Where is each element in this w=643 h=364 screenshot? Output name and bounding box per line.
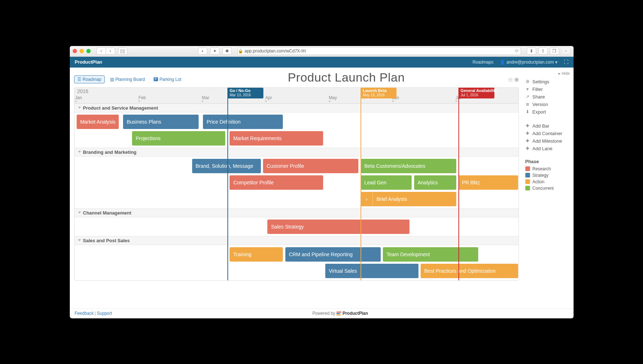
sidebar-button[interactable]: ▯▯: [118, 47, 127, 55]
bar[interactable]: Market Analysis: [77, 115, 119, 129]
bar[interactable]: Best Practices and Optimization: [421, 264, 518, 278]
sidebar-item-version[interactable]: ≣Version: [525, 101, 574, 108]
forward-button[interactable]: ›: [106, 47, 115, 55]
sidebar: ▸ Hide ⚙Settings▾Filter↗Share≣Version⬇Ex…: [523, 68, 574, 308]
sidebar-tools: ⚙Settings▾Filter↗Share≣Version⬇Export: [525, 78, 574, 116]
bar[interactable]: Business Plans: [123, 115, 199, 129]
ext-3-icon[interactable]: ✱: [222, 47, 232, 55]
feedback-link[interactable]: Feedback: [75, 311, 94, 316]
lane-body: Brand, Solution, MessageCustomer Profile…: [74, 157, 519, 208]
footer: Feedback | Support Powered by ProductPla…: [70, 308, 574, 318]
bar[interactable]: Market Requirements: [230, 131, 323, 146]
legend-item[interactable]: Concurrent: [525, 185, 574, 192]
browser-chrome: ‹ › ▯▯ ▪ ✦ ✱ 🔒 app.productplan.com/wCd7X…: [70, 46, 574, 57]
month-label: Jan: [74, 95, 138, 103]
bar[interactable]: Virtual Sales: [325, 264, 418, 278]
bar[interactable]: Customer Profile: [263, 159, 358, 173]
bar[interactable]: CRM and Pipeline Reporting: [285, 247, 381, 262]
plus-icon: ✚: [525, 138, 530, 143]
milestone-flag[interactable]: Go / No-GoMar 13, 2016: [227, 88, 263, 98]
bar[interactable]: Price Definition: [203, 115, 283, 129]
bar[interactable]: ›Brief Analysts: [361, 192, 456, 206]
zoom-in-icon[interactable]: ⊕: [514, 76, 519, 83]
bar[interactable]: Brand, Solution, Message: [192, 159, 261, 173]
legend-swatch: [525, 186, 530, 190]
support-link[interactable]: Support: [97, 311, 112, 316]
bar[interactable]: Sales Strategy: [267, 220, 409, 234]
legend: Phase ResearchStrategyActionConcurrent: [525, 159, 574, 192]
bar[interactable]: Analytics: [414, 175, 456, 190]
bar-row: Sales Strategy: [74, 220, 519, 234]
roadmap-icon: ☰: [77, 77, 81, 82]
zoom-out-icon[interactable]: ⊖: [508, 76, 513, 83]
roadmaps-link[interactable]: Roadmaps: [472, 60, 493, 65]
milestone-flag[interactable]: Launch BetaMay 15, 2016: [361, 88, 397, 98]
content: ☰Roadmap ▤Planning Board PParking Lot Pr…: [70, 68, 574, 308]
traffic-lights: [73, 49, 91, 53]
sidebar-item-settings[interactable]: ⚙Settings: [525, 78, 574, 86]
bar-row: ProjectionsMarket Requirements: [74, 131, 519, 146]
lane-body: Market AnalysisBusiness PlansPrice Defin…: [74, 112, 519, 148]
milestone-flag[interactable]: General AvailabilityJul 1, 2016: [458, 88, 494, 98]
legend-item[interactable]: Strategy: [525, 172, 574, 179]
lane-header[interactable]: Branding and Marketing: [74, 148, 519, 157]
sidebar-item-add-lane[interactable]: ✚Add Lane: [525, 145, 574, 152]
sidebar-item-add-bar[interactable]: ✚Add Bar: [525, 122, 574, 130]
fullscreen-icon[interactable]: ⛶: [564, 59, 569, 65]
ext-1-icon[interactable]: ▪: [198, 47, 207, 55]
hide-sidebar[interactable]: ▸ Hide: [525, 71, 574, 76]
user-icon: 👤: [500, 60, 505, 65]
back-button[interactable]: ‹: [96, 47, 106, 55]
bar[interactable]: Competitor Profile: [230, 175, 323, 190]
bar[interactable]: Team Development: [383, 247, 478, 262]
tab-parking-lot[interactable]: PParking Lot: [150, 75, 185, 83]
year-label: 2016: [77, 88, 89, 94]
close-icon[interactable]: [73, 49, 77, 53]
sidebar-item-add-container[interactable]: ✚Add Container: [525, 130, 574, 137]
bar[interactable]: Training: [230, 247, 283, 262]
bar[interactable]: PR Blitz: [458, 175, 519, 190]
lane-header[interactable]: Sales and Post Sales: [74, 236, 519, 245]
bar[interactable]: Beta Customers/Advocates: [361, 159, 456, 173]
reload-icon[interactable]: ⟳: [515, 49, 519, 54]
plus-icon: ✚: [525, 131, 530, 136]
brand[interactable]: ProductPlan: [75, 59, 103, 65]
user-menu[interactable]: 👤 andre@productplan.com ▾: [500, 60, 557, 65]
bar-row: Market AnalysisBusiness PlansPrice Defin…: [74, 115, 519, 129]
app-header: ProductPlan Roadmaps 👤 andre@productplan…: [70, 57, 574, 68]
sidebar-item-export[interactable]: ⬇Export: [525, 108, 574, 116]
sidebar-item-add-milestone[interactable]: ✚Add Milestone: [525, 137, 574, 145]
minimize-icon[interactable]: [80, 49, 84, 53]
lane-header[interactable]: Product and Service Management: [74, 104, 519, 112]
legend-item[interactable]: Research: [525, 166, 574, 172]
sidebar-item-filter[interactable]: ▾Filter: [525, 86, 574, 93]
url-text: app.productplan.com/wCd7X-IH: [245, 49, 306, 54]
maximize-icon[interactable]: [86, 49, 91, 53]
browser-window: ‹ › ▯▯ ▪ ✦ ✱ 🔒 app.productplan.com/wCd7X…: [70, 46, 574, 318]
legend-swatch: [525, 166, 530, 171]
productplan-logo[interactable]: ProductPlan: [336, 311, 368, 316]
bar[interactable]: Projections: [132, 131, 225, 146]
ext-2-icon[interactable]: ✦: [210, 47, 219, 55]
url-bar[interactable]: 🔒 app.productplan.com/wCd7X-IH ⟳: [237, 47, 521, 55]
view-tabs: ☰Roadmap ▤Planning Board PParking Lot: [74, 75, 185, 83]
parking-icon: P: [154, 77, 158, 81]
lane-header[interactable]: Channel Management: [74, 209, 519, 217]
legend-item[interactable]: Action: [525, 179, 574, 185]
month-label: Jun: [391, 95, 455, 103]
main: ☰Roadmap ▤Planning Board PParking Lot Pr…: [70, 68, 523, 308]
expand-icon[interactable]: ›: [361, 192, 373, 206]
month-label: Apr: [264, 95, 328, 103]
bar[interactable]: Lead Gen: [361, 175, 412, 190]
version-icon: ≣: [525, 102, 530, 107]
sidebar-item-share[interactable]: ↗Share: [525, 93, 574, 101]
lock-icon: 🔒: [238, 49, 243, 54]
newtab-icon[interactable]: +: [561, 47, 571, 55]
tab-roadmap[interactable]: ☰Roadmap: [74, 75, 105, 83]
tab-planning-board[interactable]: ▤Planning Board: [107, 75, 148, 83]
download-icon[interactable]: ⬇: [527, 47, 536, 55]
share-icon[interactable]: ⇪: [538, 47, 548, 55]
bar-row: ›Brief Analysts: [74, 192, 519, 206]
months: JanFebMarAprMayJunJul: [74, 95, 519, 103]
tabs-icon[interactable]: ❐: [550, 47, 559, 55]
